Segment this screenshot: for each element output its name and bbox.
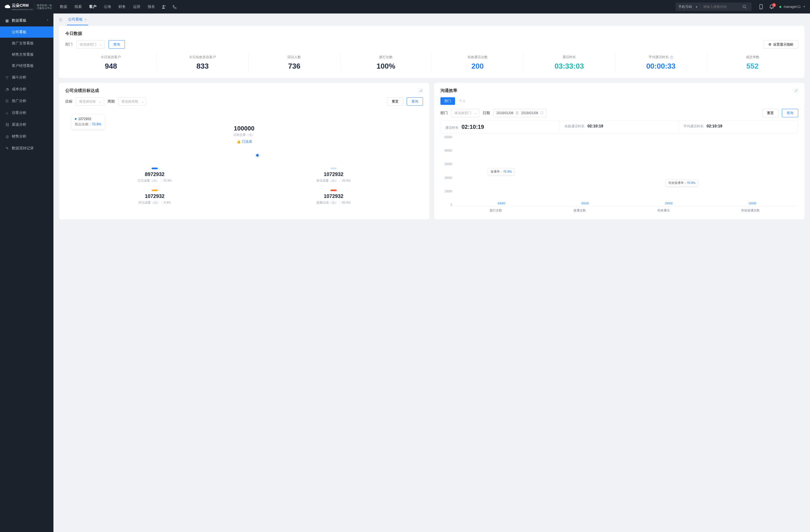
stat-cell: 8972932已完成量（元）70.9% <box>65 164 244 186</box>
comm-dept-select[interactable]: 请选择部门 <box>451 109 479 117</box>
seg-person[interactable]: 个人 <box>455 97 470 105</box>
comm-title: 沟通效率 <box>440 88 457 93</box>
stat-cell: 1072932超额完成（元）89.9% <box>244 186 423 208</box>
goal-title: 公司业绩目标达成 <box>65 88 99 93</box>
calendar-icon: ☐ <box>540 111 544 115</box>
sidebar-item-funnel[interactable]: ▽漏斗分析 <box>0 71 53 83</box>
goal-stats-grid: 8972932已完成量（元）70.9%1072932未完成量（元）20.9%10… <box>65 164 423 208</box>
chevron-down-icon: ▼ <box>803 5 806 8</box>
card-today: 今日数据 部门 请选择部门 查询 ⚙ 设置显示指标 今日首咨客户948今日有效首… <box>59 26 804 78</box>
callout-connect-rate: 接通率：70.9% <box>488 168 514 175</box>
segment-control: 部门 个人 <box>440 97 798 105</box>
svg-point-0 <box>163 5 164 7</box>
sidebar-item-manager-board[interactable]: 客户经理看板 <box>0 60 53 71</box>
brand-name: 云朵CRM <box>12 3 33 8</box>
expand-icon[interactable]: ⤢ <box>419 88 423 93</box>
sidebar-item-visitor[interactable]: ♨访客分析 <box>0 107 53 119</box>
sidebar-item-channel[interactable]: ⛓渠道分析 <box>0 119 53 131</box>
link-icon: ⛓ <box>5 122 9 127</box>
dept-select[interactable]: 请选择部门 <box>77 40 104 49</box>
expand-icon[interactable]: ⤢ <box>794 88 798 93</box>
nav-leads[interactable]: 线索 <box>75 4 82 9</box>
grid-icon: ☷ <box>5 99 9 103</box>
metric: 回访人数736 <box>249 53 340 73</box>
kpi: 有效通话时长02:10:19 <box>560 121 679 133</box>
card-communication: 沟通效率 ⤢ 部门 个人 部门 请选择部门 日期 2018/01/08 至 20… <box>434 83 804 219</box>
reset-button[interactable]: 重置 <box>762 109 778 117</box>
search-button[interactable] <box>743 5 751 9</box>
user-menu[interactable]: manager11 ▼ <box>779 5 806 9</box>
metric: 平均通话时长?00:00:33 <box>615 53 707 73</box>
gear-icon: ⚙ <box>768 43 772 46</box>
target-select[interactable]: 请选择目标 <box>76 97 104 106</box>
phone-icon[interactable] <box>173 5 177 9</box>
topbar: 云朵CRM www.yunduocrm.com 教育机构一站式服务云平台 数据 … <box>0 0 810 14</box>
metric: 拨打次数100% <box>340 53 432 73</box>
period-select[interactable]: 请选择周期 <box>118 97 146 106</box>
main-content: ☰ 公司看板 ✕ 今日数据 部门 请选择部门 查询 ⚙ 设置显示指标 今日首咨客… <box>53 14 810 532</box>
date-range-input[interactable]: 2018/01/08 至 2018/01/08 ☐ <box>493 109 547 117</box>
brand-tagline: 教育机构一站式服务云平台 <box>35 4 52 10</box>
sidebar-item-company-board[interactable]: 公司看板 <box>0 27 53 38</box>
sidebar-item-sales[interactable]: ◎销售分析 <box>0 131 53 142</box>
tab-company-board[interactable]: 公司看板 ✕ <box>67 14 88 25</box>
kpi: 通话时长02:10:19 <box>441 121 560 133</box>
chart-tooltip: 1072932 所占比例：70.9% <box>71 115 104 129</box>
status-dot-icon <box>779 6 781 8</box>
nav-finance[interactable]: 财务 <box>118 4 126 9</box>
dashboard-icon: ▦ <box>5 19 9 23</box>
search-input[interactable] <box>700 5 743 9</box>
add-user-icon[interactable] <box>162 4 166 9</box>
sidebar-item-promo-board[interactable]: 推广主管看板 <box>0 38 53 49</box>
mobile-icon[interactable] <box>759 4 763 9</box>
reset-button[interactable]: 重置 <box>387 97 403 106</box>
kpi: 平均通话时长02:10:19 <box>679 121 798 133</box>
query-button[interactable]: 查询 <box>407 97 423 106</box>
logo[interactable]: 云朵CRM www.yunduocrm.com 教育机构一站式服务云平台 <box>4 3 52 11</box>
metric: 今日有效首咨客户833 <box>157 53 249 73</box>
nav-public[interactable]: 公海 <box>104 4 111 9</box>
top-nav: 数据 线索 客户 公海 财务 运营 报名 <box>60 4 155 9</box>
chevron-up-icon: ˄ <box>47 19 48 22</box>
bell-icon[interactable]: 5 <box>770 4 774 9</box>
menu-toggle-icon[interactable]: ☰ <box>59 18 62 22</box>
nav-data[interactable]: 数据 <box>60 4 67 9</box>
bar-chart: 50000400003000020000100000 接通率：70.9% 有效接… <box>440 135 798 214</box>
stat-cell: 1072932未完成量（元）20.9% <box>244 164 423 186</box>
stat-cell: 1072932应完成量（元）8.9% <box>65 186 244 208</box>
username: manager11 <box>783 5 801 9</box>
sidebar: ▦ 数据看板 ˄ 公司看板 推广主管看板 销售主管看板 客户经理看板 ▽漏斗分析… <box>0 14 53 532</box>
search-type-select[interactable]: 手机号码 <box>676 4 700 9</box>
cloud-icon <box>4 5 10 9</box>
sidebar-item-cost[interactable]: ◔成本分析 <box>0 83 53 95</box>
target-icon: ◎ <box>5 134 9 139</box>
help-icon[interactable]: ? <box>670 56 673 59</box>
workspace-tabs: ☰ 公司看板 ✕ <box>59 14 804 26</box>
metric: 今日首咨客户948 <box>65 53 157 73</box>
metric: 通话时长03:33:03 <box>523 53 615 73</box>
kpi-row: 通话时长02:10:19有效通话时长02:10:19平均通话时长02:10:19 <box>440 121 798 133</box>
svg-point-3 <box>761 8 761 9</box>
query-button[interactable]: 查询 <box>782 109 798 117</box>
search-box: 手机号码 <box>676 2 751 11</box>
close-tab-icon[interactable]: ✕ <box>84 18 87 21</box>
visitor-icon: ♨ <box>5 111 9 115</box>
query-button[interactable]: 查询 <box>109 40 125 49</box>
nav-ops[interactable]: 运营 <box>133 4 140 9</box>
nav-customer[interactable]: 客户 <box>89 4 96 9</box>
metrics-row: 今日首咨客户948今日有效首咨客户833回访人数736拨打次数100%有效通话次… <box>65 53 798 73</box>
settings-metrics-button[interactable]: ⚙ 设置显示指标 <box>764 40 798 49</box>
metric: 成交单数552 <box>707 53 798 73</box>
seg-dept[interactable]: 部门 <box>440 97 455 105</box>
thumbs-up-icon: 👍 <box>237 140 241 144</box>
notification-badge: 5 <box>772 3 776 7</box>
sidebar-item-sales-board[interactable]: 销售主管看板 <box>0 49 53 60</box>
funnel-icon: ▽ <box>5 76 9 80</box>
sidebar-item-promo[interactable]: ☷推广分析 <box>0 95 53 107</box>
callout-effective-rate: 有效接通率：70.9% <box>666 179 698 186</box>
dept-label: 部门 <box>65 42 72 47</box>
nav-signup[interactable]: 报名 <box>148 4 155 9</box>
sidebar-item-flow[interactable]: ✎数据流转记录 <box>0 142 53 154</box>
sidebar-group-dashboard[interactable]: ▦ 数据看板 ˄ <box>0 15 53 27</box>
svg-point-1 <box>743 5 746 8</box>
